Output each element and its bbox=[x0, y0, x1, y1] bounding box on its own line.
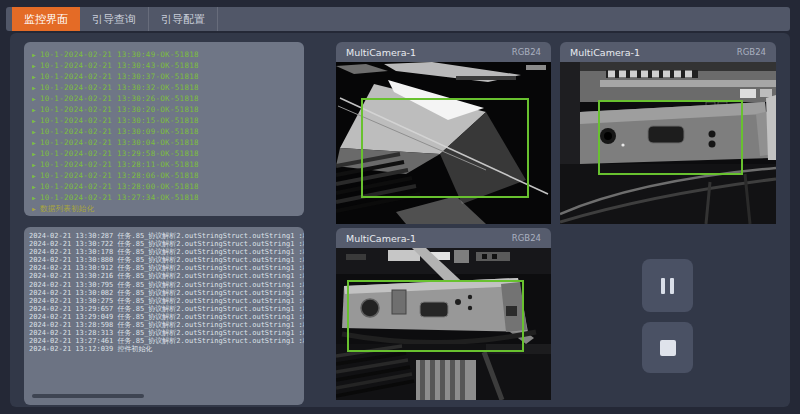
stop-button[interactable] bbox=[642, 322, 693, 373]
list-item: ▶10-1-2024-02-21 13:27:34-OK-51818 bbox=[32, 192, 304, 203]
result-entry: 10-1-2024-02-21 13:29:58-OK-51818 bbox=[40, 149, 199, 158]
top-tab-bar: 监控界面 引导查询 引导配置 bbox=[6, 7, 790, 31]
arrow-icon: ▶ bbox=[32, 117, 36, 124]
list-item: ▶10-1-2024-02-21 13:30:09-OK-51818 bbox=[32, 126, 304, 137]
run-log-panel[interactable]: 2024-02-21 13:30:287 任务.85_协议解析2.outStri… bbox=[24, 227, 304, 405]
log-line: 2024-02-21 13:29:049 任务.85_协议解析2.outStri… bbox=[29, 313, 304, 321]
result-list-panel[interactable]: ▶10-1-2024-02-21 13:30:49-OK-51818 ▶10-1… bbox=[24, 42, 304, 216]
list-item: ▶10-1-2024-02-21 13:30:37-OK-51818 bbox=[32, 71, 304, 82]
list-item: ▶10-1-2024-02-21 13:30:26-OK-51818 bbox=[32, 93, 304, 104]
result-entry: 10-1-2024-02-21 13:30:15-OK-51818 bbox=[40, 116, 199, 125]
camera-view-1: MultiCamera-1 RGB24 bbox=[336, 42, 551, 224]
arrow-icon: ▶ bbox=[32, 51, 36, 58]
arrow-icon: ▶ bbox=[32, 139, 36, 146]
camera-name: MultiCamera-1 bbox=[346, 233, 416, 244]
tab-guide-config[interactable]: 引导配置 bbox=[149, 7, 218, 31]
list-item: ▶10-1-2024-02-21 13:30:04-OK-51818 bbox=[32, 137, 304, 148]
arrow-icon: ▶ bbox=[32, 205, 36, 212]
result-entry: 10-1-2024-02-21 13:27:34-OK-51818 bbox=[40, 193, 199, 202]
result-entry: 10-1-2024-02-21 13:30:20-OK-51818 bbox=[40, 105, 199, 114]
camera-2-header: MultiCamera-1 RGB24 bbox=[560, 42, 776, 62]
log-line: 2024-02-21 13:28:313 任务.85_协议解析2.outStri… bbox=[29, 329, 304, 337]
log-line: 2024-02-21 13:30:880 任务.85_协议解析2.outStri… bbox=[29, 256, 304, 264]
camera-view-2: MultiCamera-1 RGB24 bbox=[560, 42, 776, 224]
log-line: 2024-02-21 13:27:461 任务.85_协议解析2.outStri… bbox=[29, 337, 304, 345]
camera-pixel-format: RGB24 bbox=[512, 233, 541, 243]
list-item: ▶10-1-2024-02-21 13:30:20-OK-51818 bbox=[32, 104, 304, 115]
arrow-icon: ▶ bbox=[32, 84, 36, 91]
result-entry: 10-1-2024-02-21 13:30:43-OK-51818 bbox=[40, 61, 199, 70]
camera-2-image bbox=[560, 62, 776, 224]
list-item: ▶10-1-2024-02-21 13:30:43-OK-51818 bbox=[32, 60, 304, 71]
log-line: 2024-02-21 13:30:722 任务.85_协议解析2.outStri… bbox=[29, 240, 304, 248]
result-entry: 10-1-2024-02-21 13:28:00-OK-51818 bbox=[40, 182, 199, 191]
list-item: ▶10-1-2024-02-21 13:30:49-OK-51818 bbox=[32, 49, 304, 60]
result-entry: 10-1-2024-02-21 13:30:09-OK-51818 bbox=[40, 127, 199, 136]
arrow-icon: ▶ bbox=[32, 194, 36, 201]
result-entry: 10-1-2024-02-21 13:30:49-OK-51818 bbox=[40, 50, 199, 59]
log-line: 2024-02-21 13:30:287 任务.85_协议解析2.outStri… bbox=[29, 232, 304, 240]
log-line: 2024-02-21 13:28:598 任务.85_协议解析2.outStri… bbox=[29, 321, 304, 329]
arrow-icon: ▶ bbox=[32, 150, 36, 157]
result-entry: 10-1-2024-02-21 13:28:06-OK-51818 bbox=[40, 171, 199, 180]
log-line: 2024-02-21 13:30:082 任务.85_协议解析2.outStri… bbox=[29, 289, 304, 297]
horizontal-scrollbar-thumb[interactable] bbox=[32, 394, 144, 398]
list-item: ▶10-1-2024-02-21 13:28:11-OK-51818 bbox=[32, 159, 304, 170]
tab-guide-query[interactable]: 引导查询 bbox=[80, 7, 149, 31]
camera-pixel-format: RGB24 bbox=[737, 47, 766, 57]
camera-1-image bbox=[336, 62, 551, 224]
camera-3-header: MultiCamera-1 RGB24 bbox=[336, 228, 551, 248]
list-item: ▶10-1-2024-02-21 13:30:32-OK-51818 bbox=[32, 82, 304, 93]
arrow-icon: ▶ bbox=[32, 172, 36, 179]
camera-name: MultiCamera-1 bbox=[570, 47, 640, 58]
camera-view-3: MultiCamera-1 RGB24 bbox=[336, 228, 551, 400]
log-line: 2024-02-21 13:30:178 任务.85_协议解析2.outStri… bbox=[29, 248, 304, 256]
arrow-icon: ▶ bbox=[32, 95, 36, 102]
arrow-icon: ▶ bbox=[32, 161, 36, 168]
tab-monitor[interactable]: 监控界面 bbox=[12, 7, 80, 31]
result-entry: 10-1-2024-02-21 13:30:32-OK-51818 bbox=[40, 83, 199, 92]
arrow-icon: ▶ bbox=[32, 73, 36, 80]
camera-pixel-format: RGB24 bbox=[512, 47, 541, 57]
log-line: 2024-02-21 13:30:795 任务.85_协议解析2.outStri… bbox=[29, 281, 304, 289]
list-item: ▶10-1-2024-02-21 13:28:00-OK-51818 bbox=[32, 181, 304, 192]
log-line: 2024-02-21 13:30:216 任务.85_协议解析2.outStri… bbox=[29, 272, 304, 280]
log-line: 2024-02-21 13:30:275 任务.85_协议解析2.outStri… bbox=[29, 297, 304, 305]
log-line: 2024-02-21 13:30:912 任务.85_协议解析2.outStri… bbox=[29, 264, 304, 272]
arrow-icon: ▶ bbox=[32, 62, 36, 69]
result-entry: 10-1-2024-02-21 13:28:11-OK-51818 bbox=[40, 160, 199, 169]
arrow-icon: ▶ bbox=[32, 106, 36, 113]
list-item: ▶10-1-2024-02-21 13:29:58-OK-51818 bbox=[32, 148, 304, 159]
camera-name: MultiCamera-1 bbox=[346, 47, 416, 58]
arrow-icon: ▶ bbox=[32, 183, 36, 190]
result-entry: 10-1-2024-02-21 13:30:04-OK-51818 bbox=[40, 138, 199, 147]
result-entry: 10-1-2024-02-21 13:30:26-OK-51818 bbox=[40, 94, 199, 103]
pause-icon bbox=[661, 278, 674, 294]
list-item: ▶10-1-2024-02-21 13:28:06-OK-51818 bbox=[32, 170, 304, 181]
list-item-init: ▶数据列表初始化 bbox=[32, 203, 304, 214]
stop-icon bbox=[660, 340, 676, 356]
list-item: ▶10-1-2024-02-21 13:30:15-OK-51818 bbox=[32, 115, 304, 126]
pause-button[interactable] bbox=[642, 259, 693, 312]
log-line-init: 2024-02-21 13:12:039 控件初始化 bbox=[29, 345, 304, 353]
result-entry: 10-1-2024-02-21 13:30:37-OK-51818 bbox=[40, 72, 199, 81]
camera-1-header: MultiCamera-1 RGB24 bbox=[336, 42, 551, 62]
result-entry: 数据列表初始化 bbox=[40, 204, 95, 213]
arrow-icon: ▶ bbox=[32, 128, 36, 135]
log-line: 2024-02-21 13:29:657 任务.85_协议解析2.outStri… bbox=[29, 305, 304, 313]
camera-3-image bbox=[336, 248, 551, 400]
